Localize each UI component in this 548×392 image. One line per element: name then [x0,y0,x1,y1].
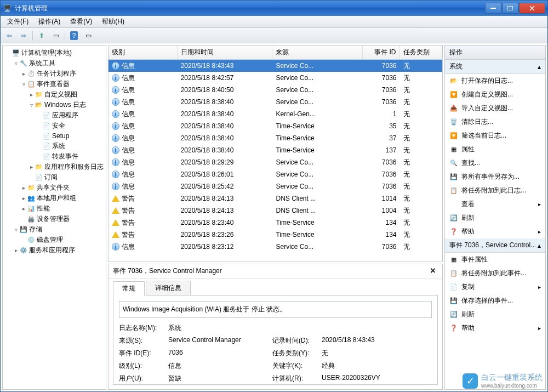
tree-toggle-icon[interactable]: ▸ [13,247,19,253]
tree-node[interactable]: 📄Setup [3,131,106,141]
tree-node[interactable]: 📄订阅 [3,172,106,183]
tree-node[interactable]: ▸📁共享文件夹 [3,183,106,193]
action-item[interactable]: 📋将任务附加到此事件... [445,266,545,280]
event-row[interactable]: i信息2020/5/18 8:38:40Time-Service37无 [109,132,442,144]
action-item[interactable]: 🔍查找... [445,156,545,170]
action-item[interactable]: 🗑️清除日志... [445,115,545,129]
tree-node[interactable]: ▸📁自定义视图 [3,89,106,100]
event-row[interactable]: i信息2020/5/18 8:43:43Service Co...7036无 [109,60,442,72]
back-button[interactable]: ⇦ [3,30,16,42]
action-label: 查找... [461,158,480,168]
tree-node[interactable]: 📄应用程序 [3,110,106,121]
collapse-icon[interactable]: ▴ [538,63,541,71]
help-button[interactable]: ? [67,30,81,42]
show-hide-button[interactable]: ▭ [49,30,62,42]
action-item[interactable]: 🔄刷新 [445,308,545,321]
info-icon: i [112,158,119,166]
tree-node[interactable]: 🖥️计算机管理(本地) [3,48,106,58]
event-row[interactable]: i信息2020/5/18 8:23:12Service Co...7036无 [109,241,442,253]
forward-button[interactable]: ⇨ [17,30,30,42]
menu-file[interactable]: 文件(F) [3,16,33,27]
action-item[interactable]: 📂打开保存的日志... [445,74,545,88]
logtime-label: 记录时间(D): [272,336,322,345]
tree-node[interactable]: 📄系统 [3,141,106,151]
tree-icon: 💾 [19,225,28,234]
col-source[interactable]: 来源 [272,46,362,59]
col-level[interactable]: 级别 [109,46,178,59]
event-row[interactable]: i信息2020/5/18 8:38:40Time-Service35无 [109,120,442,132]
event-row[interactable]: 警告2020/5/18 8:24:13DNS Client ...1004无 [109,204,442,217]
action-item[interactable]: 📄复制▸ [445,280,545,294]
watermark-brand: 白云一键重装系统 [481,373,543,383]
action-item[interactable]: 💾保存选择的事件... [445,294,545,308]
tab-details[interactable]: 详细信息 [146,281,191,295]
action-item[interactable]: 查看▸ [445,197,545,211]
event-row[interactable]: i信息2020/5/18 8:42:57Service Co...7036无 [109,72,442,84]
tree-toggle-icon[interactable]: ▿ [20,81,27,87]
event-row[interactable]: i信息2020/5/18 8:26:01Service Co...7036无 [109,168,442,180]
user-label: 用户(U): [119,374,168,383]
action-item[interactable]: ▦属性 [445,143,545,156]
detail-title: 事件 7036，Service Control Manager [113,266,428,276]
tree-label: 安全 [52,121,65,130]
tree-toggle-icon[interactable]: ▸ [28,164,35,170]
nav-tree[interactable]: 🖥️计算机管理(本地)▿🔧系统工具▸⏱️任务计划程序▿📋事件查看器▸📁自定义视图… [2,45,106,390]
maximize-button[interactable] [502,3,518,14]
menu-view[interactable]: 查看(V) [66,16,96,27]
tree-node[interactable]: 💿磁盘管理 [3,235,106,245]
menu-action[interactable]: 操作(A) [34,16,65,27]
event-row[interactable]: 警告2020/5/18 8:23:26Time-Service134无 [109,229,442,241]
action-item[interactable]: 🔄刷新 [445,211,545,225]
tab-general[interactable]: 常规 [113,281,145,296]
tree-toggle-icon[interactable]: ▸ [20,71,27,77]
minimize-button[interactable] [485,3,501,14]
eventid-label: 事件 ID(E): [119,349,168,358]
tree-node[interactable]: ▿🔧系统工具 [3,58,106,69]
tree-toggle-icon[interactable]: ▸ [20,185,27,191]
tree-node[interactable]: ▸⏱️任务计划程序 [3,69,106,79]
action-item[interactable]: ❓帮助▸ [445,225,545,238]
collapse-icon[interactable]: ▴ [538,242,541,249]
tree-node[interactable]: ▿📋事件查看器 [3,79,106,89]
tree-toggle-icon[interactable]: ▿ [13,226,19,232]
props-button[interactable]: ▭ [82,30,95,42]
col-id[interactable]: 事件 ID [363,46,400,59]
tree-node[interactable]: 🖨️设备管理器 [3,214,106,224]
tree-node[interactable]: ▿📂Windows 日志 [3,100,106,110]
event-row[interactable]: i信息2020/5/18 8:29:29Service Co...7036无 [109,156,442,168]
tree-node[interactable]: 📄安全 [3,121,106,131]
event-row[interactable]: i信息2020/5/18 8:25:42Service Co...7036无 [109,180,442,192]
tree-node[interactable]: ▸📊性能 [3,203,106,214]
col-date[interactable]: 日期和时间 [178,46,273,59]
detail-close-button[interactable]: × [428,267,438,276]
user-value: 暂缺 [168,374,272,383]
event-row[interactable]: 警告2020/5/18 8:23:40Time-Service134无 [109,217,442,229]
tree-toggle-icon[interactable]: ▿ [13,60,19,66]
tree-toggle-icon[interactable]: ▸ [20,195,27,201]
tree-node[interactable]: ▸📁应用程序和服务日志 [3,162,106,172]
event-row[interactable]: i信息2020/5/18 8:38:40Time-Service137无 [109,144,442,156]
tree-node[interactable]: ▸👥本地用户和组 [3,193,106,203]
action-label: 事件属性 [461,255,488,264]
action-item[interactable]: 📥导入自定义视图... [445,101,545,115]
tree-node[interactable]: ▿💾存储 [3,224,106,235]
event-row[interactable]: 警告2020/5/18 8:24:13DNS Client ...1014无 [109,192,442,204]
event-row[interactable]: i信息2020/5/18 8:40:50Service Co...7036无 [109,84,442,96]
tree-node[interactable]: ▸⚙️服务和应用程序 [3,245,106,255]
tree-toggle-icon[interactable]: ▸ [20,206,27,212]
event-row[interactable]: i信息2020/5/18 8:38:40Kernel-Gen...1无 [109,108,442,120]
action-item[interactable]: 🔽创建自定义视图... [445,88,545,101]
action-item[interactable]: 📋将任务附加到此日志... [445,184,545,197]
tree-node[interactable]: 📄转发事件 [3,151,106,162]
up-button[interactable]: ⬆ [35,30,48,42]
tree-toggle-icon[interactable]: ▸ [28,92,35,98]
action-item[interactable]: 💾将所有事件另存为... [445,170,545,184]
tree-toggle-icon[interactable]: ▿ [28,102,35,108]
action-item[interactable]: ▦事件属性 [445,253,545,266]
menu-help[interactable]: 帮助(H) [98,16,129,27]
col-cat[interactable]: 任务类别 [400,46,443,59]
close-button[interactable] [519,3,545,14]
action-item[interactable]: ❓帮助▸ [445,321,545,335]
event-row[interactable]: i信息2020/5/18 8:38:40Service Co...7036无 [109,96,442,108]
action-item[interactable]: 🔽筛选当前日志... [445,129,545,143]
